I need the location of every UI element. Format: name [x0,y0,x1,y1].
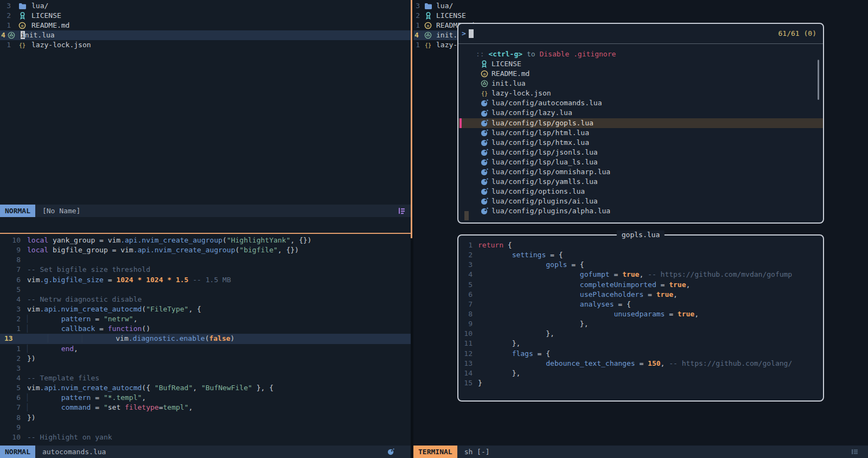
code-segment: "netrw" [104,315,133,323]
code-line[interactable]: 1▏ callback = function() [0,324,411,334]
picker-item[interactable]: init.lua [458,79,823,88]
code-line[interactable]: 5vim.api.nvim_create_autocmd({ "BufRead"… [0,383,411,393]
code-segment: ({ [142,384,154,392]
line-number: 12 [458,349,473,359]
picker-item-name: README.md [492,69,529,79]
code-segment: flags [512,349,533,358]
picker-item[interactable]: lua/config/plugins/alpha.lua [458,206,823,216]
line-number: 8 [0,255,21,265]
lua-moon-icon [480,129,488,137]
code-line[interactable]: 4-- Template files [0,373,411,383]
code-segment: = [91,393,103,402]
preview-line-text: usePlaceholders = true, [478,290,678,298]
code-segment: bigfile_group = vim [48,246,133,254]
code-segment [31,393,61,402]
line-number: 3 [413,1,420,11]
code-line[interactable]: 9local bigfile_group = vim.api.nvim_crea… [0,245,411,255]
folder-icon [424,2,432,10]
code-line[interactable]: 7-- Set bigfile size threshold [0,265,411,275]
line-number: 6 [458,290,473,300]
picker-scrollbar[interactable] [818,60,819,100]
explorer-row[interactable]: 1mREADME.md [0,21,411,30]
license-icon [424,11,432,20]
code-segment: , {}) [278,246,299,254]
code-line[interactable]: 2}) [0,354,411,364]
code-line[interactable]: 6▏ pattern = "*.templ", [0,393,411,403]
explorer-row[interactable]: 3lua/ [413,1,868,11]
picker-item[interactable]: {}lazy-lock.json [458,88,823,98]
file-explorer-left: 3lua/2LICENSE1mREADME.md4init.lua1{}lazy… [0,1,411,50]
code-segment: callback [61,325,95,333]
code-segment [478,320,580,328]
code-segment: .g.bigfile_size [40,276,103,284]
json-braces-icon: {} [424,41,432,49]
line-number: 1 [0,21,11,30]
code-segment: .api.nvim_create_autocmd [40,384,142,392]
code-line[interactable]: 9 [0,423,411,432]
line-number: 3 [458,260,473,270]
preview-line: 15} [458,378,823,388]
picker-item[interactable]: lua/config/lsp/gopls.lua [458,118,823,128]
code-line-text: ▏ command = "set filetype=templ", [27,403,193,411]
code-line[interactable]: 6vim.g.bigfile_size = 1024 * 1024 * 1.5 … [0,275,411,285]
picker-item[interactable]: lua/config/lsp/html.lua [458,128,823,138]
line-number: 5 [458,280,473,290]
picker-item[interactable]: lua/config/lsp/lua_ls.lua [458,157,823,167]
code-line[interactable]: 1313▏ ▏ vim.diagnostic.enable(false) [0,334,411,344]
code-line[interactable]: 3vim.api.nvim_create_autocmd("FileType",… [0,304,411,314]
picker-item[interactable]: mREADME.md [458,69,823,79]
picker-item-name: lua/config/lazy.lua [492,108,572,118]
picker-item[interactable]: lua/config/plugins/ai.lua [458,196,823,206]
explorer-row[interactable]: 2LICENSE [413,11,868,21]
line-number: 5 [0,285,21,295]
picker-item[interactable]: lua/config/autocomands.lua [458,98,823,108]
code-segment: , { [188,305,201,313]
preview-line-text: unusedparams = true, [478,310,699,318]
picker-item[interactable]: lua/config/lsp/yamlls.lua [458,177,823,187]
explorer-row[interactable]: 3lua/ [0,1,411,11]
line-number: 2 [0,11,11,21]
line-number: 3 [0,1,11,11]
code-segment: usePlaceholders [580,290,643,298]
lua-moon-icon [480,99,488,107]
line-number: 7 [0,403,21,412]
file-name-rest: nit.lua [25,31,55,39]
code-segment [478,310,614,318]
explorer-row[interactable]: 4init.lua [0,30,411,40]
code-line[interactable]: 10-- Highlight on yank [0,432,411,442]
code-line[interactable]: 5 [0,285,411,295]
svg-text:m: m [427,23,430,28]
lua-moon-icon [480,119,488,127]
code-line[interactable]: 8 [0,255,411,265]
preview-line: 10 }, [458,329,823,339]
lua-moon-icon [480,138,488,147]
code-line[interactable]: 8}) [0,413,411,423]
code-segment: , [661,359,669,367]
picker-prompt-row[interactable]: > 61/61 (0) [462,28,816,39]
code-line[interactable]: 1▏ end, [0,344,411,354]
explorer-row[interactable]: 2LICENSE [0,11,411,21]
code-line[interactable]: 10local yank_group = vim.api.nvim_create… [0,236,411,245]
code-buffer[interactable]: 10local yank_group = vim.api.nvim_create… [0,236,411,442]
picker-item[interactable]: lua/config/lsp/jsonls.lua [458,148,823,157]
lua-moon-icon [480,207,488,215]
picker-item[interactable]: lua/config/lsp/htmx.lua [458,138,823,148]
code-line[interactable]: 7▏ command = "set filetype=templ", [0,403,411,412]
code-line[interactable]: 4-- Netrw diagnostic disable [0,295,411,304]
explorer-row[interactable]: 1{}lazy-lock.json [0,40,411,50]
code-line-text: local bigfile_group = vim.api.nvim_creat… [27,246,299,254]
json-braces-icon: {} [480,90,488,98]
code-segment: -- Highlight on yank [27,433,112,441]
picker-item[interactable]: LICENSE [458,59,823,69]
picker-item[interactable]: lua/config/options.lua [458,187,823,196]
code-line[interactable]: 2▏ pattern = "netrw", [0,314,411,324]
picker-item[interactable]: lua/config/lsp/omnisharp.lua [458,167,823,177]
code-segment: = [635,359,648,367]
mode-indicator: NORMAL [0,205,35,217]
code-segment: { [503,241,512,249]
picker-item[interactable]: lua/config/lazy.lua [458,108,823,118]
line-number: 1 [458,240,473,250]
code-line[interactable]: 3 [0,364,411,373]
code-segment: end [61,345,74,353]
code-segment: = [104,276,116,284]
